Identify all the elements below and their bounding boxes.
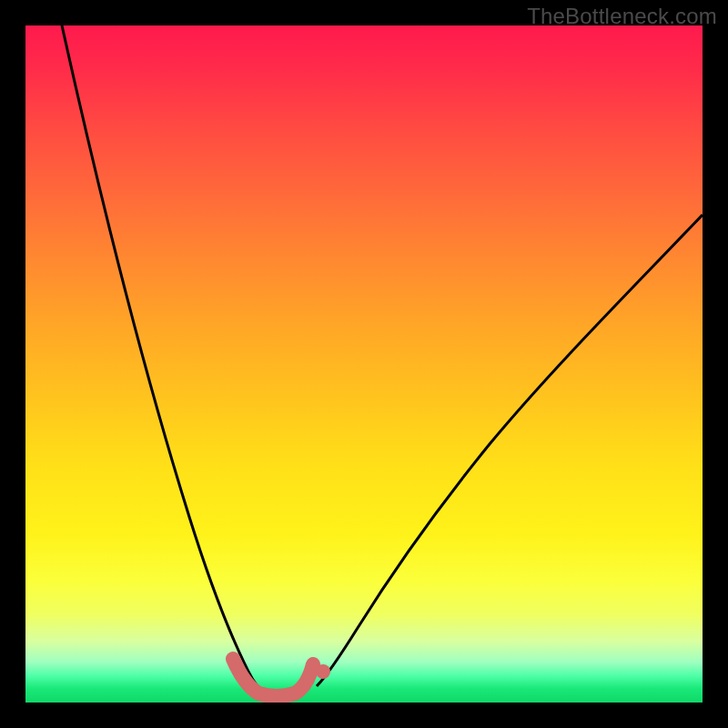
- gradient-plot-area: [25, 25, 703, 703]
- valley-dot: [316, 664, 330, 679]
- curve-left-branch: [62, 25, 264, 692]
- curve-right-branch: [317, 215, 703, 686]
- outer-frame: TheBottleneck.com: [0, 0, 728, 728]
- watermark-text: TheBottleneck.com: [527, 4, 717, 29]
- chart-svg: [25, 25, 703, 703]
